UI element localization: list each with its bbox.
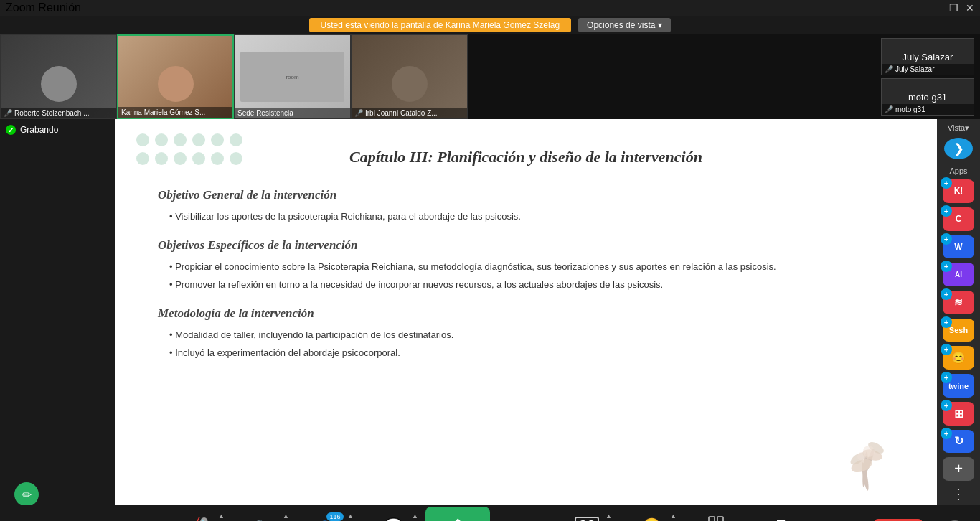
twine-app-icon[interactable]: + twine <box>943 374 974 398</box>
sesh-app-icon[interactable]: + Sesh <box>943 319 974 342</box>
zoom-arrow-icon: ❯ <box>953 141 964 156</box>
svg-point-8 <box>857 452 866 461</box>
app-ai-icon[interactable]: + AI <box>943 263 974 286</box>
svg-rect-9 <box>709 517 715 522</box>
thumb-bg-2: room <box>235 35 350 118</box>
participants-caret[interactable]: ▲ <box>347 512 354 520</box>
section-heading-2: Metodología de la intervención <box>158 306 894 321</box>
audio-button[interactable]: ▲ 🎤╱ Reactivar audio <box>167 507 232 521</box>
named-tile-0[interactable]: July Salazar 🎤 July Salazar <box>881 38 974 75</box>
avatar-1 <box>118 36 232 118</box>
video-button[interactable]: ▲ 📷 Detener vídeo <box>232 507 296 521</box>
toolbar: ▲ 🎤╱ Reactivar audio ▲ 📷 Detener vídeo ▲… <box>0 505 980 521</box>
aplicaciones-icon <box>708 516 724 522</box>
named-tile-mic-0: 🎤 <box>885 65 893 73</box>
share-icon: ⬆ <box>451 516 464 521</box>
share-notification: Usted está viendo la pantalla de Karina … <box>309 18 572 32</box>
add-badge-grid: + <box>941 400 952 411</box>
bullet-2-1: Incluyó la experimentación del abordaje … <box>169 346 894 360</box>
chevron-down-icon: ▾ <box>658 20 662 30</box>
slide-title: Capítulo III: Planificación y diseño de … <box>158 148 894 166</box>
restore-button[interactable]: ❐ <box>949 2 958 14</box>
thumbnail-2[interactable]: room Sede Resistencia <box>234 34 351 119</box>
app-c-icon[interactable]: + C <box>943 207 974 231</box>
mic-off-icon-0: 🎤 <box>4 109 12 117</box>
add-badge-sesh: + <box>941 316 952 328</box>
record-button[interactable]: ⏺ Grabar <box>490 507 555 521</box>
close-button[interactable]: ✕ <box>966 2 974 14</box>
app-wave-icon[interactable]: + ≋ <box>943 291 974 314</box>
app-w-icon[interactable]: + W <box>943 235 974 259</box>
share-screen-button[interactable]: ⬆ Compartir pantalla <box>425 507 490 521</box>
twine-label: twine <box>948 382 969 390</box>
add-badge-sync: + <box>941 428 952 439</box>
section-heading-1: Objetivos Específicos de la intervención <box>158 238 894 253</box>
view-options-label: Opciones de vista <box>587 20 655 30</box>
thumb-name-3: Irbi Joanni Cataldo Z... <box>365 109 438 117</box>
chat-caret[interactable]: ▲ <box>412 512 418 520</box>
participants-button[interactable]: ▲ 👥 116 Participantes <box>296 507 361 521</box>
kahoot-app-icon[interactable]: + K! <box>943 179 974 203</box>
audio-caret[interactable]: ▲ <box>218 512 225 520</box>
pizarras-button[interactable]: 🖥 Pizarras <box>748 507 813 521</box>
mic-off-icon-3: 🎤 <box>354 109 363 117</box>
subtitles-caret[interactable]: ▲ <box>606 512 612 520</box>
bullet-2-0: Modalidad de taller, incluyendo la parti… <box>169 328 894 342</box>
named-tile-1[interactable]: moto g31 🎤 moto g31 <box>881 78 974 116</box>
view-options-button[interactable]: Opciones de vista ▾ <box>578 18 671 32</box>
reactions-caret[interactable]: ▲ <box>670 512 677 520</box>
zoom-arrow-button[interactable]: ❯ <box>944 138 973 159</box>
thumb-bg-3 <box>352 35 467 118</box>
add-badge-ai: + <box>941 260 952 272</box>
avatar-0 <box>1 35 116 118</box>
video-caret[interactable]: ▲ <box>283 512 289 520</box>
participants-badge: 116 <box>326 512 343 521</box>
wave-icon: ≋ <box>954 296 963 308</box>
subtitles-button[interactable]: ▲ CC Mostrar subtítulos <box>555 507 619 521</box>
emoji-icon: 😊 <box>951 351 966 365</box>
more-dots-button[interactable]: ⋮ <box>951 485 966 502</box>
reactions-button[interactable]: ▲ 🙂 Reacciones <box>619 507 684 521</box>
reactions-icon: 🙂 <box>643 517 661 521</box>
title-bar-text: Zoom Reunión <box>6 1 81 14</box>
thumb-label-2: Sede Resistencia <box>235 108 350 118</box>
add-more-apps-button[interactable]: + <box>943 457 974 481</box>
vista-label: Vista <box>948 123 965 132</box>
slide-content: Capítulo III: Planificación y diseño de … <box>115 119 937 505</box>
dot-11 <box>211 152 224 165</box>
vista-chevron[interactable]: ▾ <box>965 123 969 133</box>
minimize-button[interactable]: — <box>932 2 942 14</box>
chat-button[interactable]: ▲ 💬 Chat <box>361 507 425 521</box>
thumbnail-0[interactable]: 🎤 Roberto Stolzenbach ... <box>0 34 117 119</box>
sync-app-icon[interactable]: + ↻ <box>943 430 974 454</box>
aplicaciones-button[interactable]: Aplicaciones <box>684 507 748 521</box>
thumb-name-0: Roberto Stolzenbach ... <box>14 109 90 117</box>
add-badge-kahoot: + <box>941 177 952 189</box>
named-tile-thumb-0: 🎤 July Salazar <box>882 64 974 75</box>
dot-4 <box>192 133 205 146</box>
rec-dot: ✔ <box>6 125 16 135</box>
emoji-app-icon[interactable]: + 😊 <box>943 346 974 370</box>
dot-7 <box>136 152 149 165</box>
add-badge-emoji: + <box>941 344 952 355</box>
bullet-1-0: Propiciar el conocimiento sobre la Psico… <box>169 260 894 274</box>
thumbnail-1[interactable]: Karina Mariela Gómez S... <box>117 34 234 119</box>
svg-rect-10 <box>717 517 723 522</box>
section-heading-0: Objetivo General de la intervención <box>158 188 894 202</box>
record-icon: ⏺ <box>515 517 529 522</box>
thumb-bg-1 <box>118 36 232 118</box>
end-meeting-button[interactable]: Salir <box>874 519 923 522</box>
thumb-name-1: Karina Mariela Gómez S... <box>121 108 205 116</box>
recording-badge: ✔ Grabando <box>6 125 109 135</box>
dot-2 <box>155 133 168 146</box>
named-tiles: July Salazar 🎤 July Salazar moto g31 🎤 m… <box>875 34 980 119</box>
sync-icon: ↻ <box>954 434 963 448</box>
named-tile-name-1: moto g31 <box>895 105 925 113</box>
main-area: ✔ Grabando Capítulo III: Planif <box>0 119 980 505</box>
pizarras-icon: 🖥 <box>773 517 788 522</box>
thumbnail-3[interactable]: 🎤 Irbi Joanni Cataldo Z... <box>351 34 468 119</box>
bullet-0-0: Visibilizar los aportes de la psicoterap… <box>169 210 894 224</box>
annotation-pencil-button[interactable]: ✏ <box>14 482 39 507</box>
grid-app-icon[interactable]: + ⊞ <box>943 402 974 426</box>
grid-icon: ⊞ <box>954 407 963 421</box>
